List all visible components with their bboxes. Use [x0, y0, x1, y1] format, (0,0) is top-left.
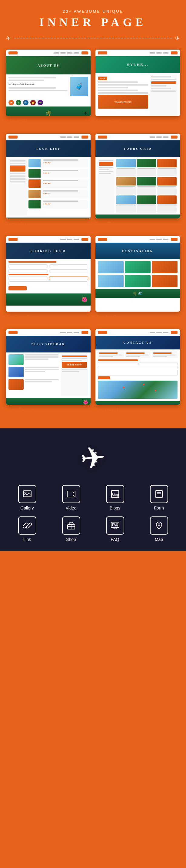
feature-link: Link	[8, 517, 46, 542]
nl1	[150, 332, 155, 333]
form-row-2	[8, 269, 88, 273]
ci-line-3	[99, 356, 113, 357]
tour-grid-bottom	[96, 215, 180, 218]
submit-button[interactable]	[8, 286, 27, 290]
airplane-illustration: ✈	[80, 440, 106, 476]
about-us-screen: ABOUT US Let's Explore With Tourist Jet.…	[6, 50, 90, 116]
item-stars-3: ★★★★★	[43, 182, 87, 184]
col-contact-us: CONTACT US	[96, 329, 180, 413]
input-email[interactable]	[8, 269, 48, 273]
input-persons[interactable]	[49, 277, 88, 280]
filter-1	[10, 160, 25, 161]
svg-point-1	[25, 492, 26, 494]
form-row-3	[8, 277, 88, 280]
tour-grid-navbar	[96, 134, 180, 141]
dest-hero: DESTINATION	[96, 243, 180, 259]
logo-mock	[8, 52, 18, 55]
feature-video: Video	[52, 485, 90, 510]
cf-submit[interactable]	[98, 376, 110, 379]
filter-4	[10, 176, 25, 177]
gcl-4	[117, 186, 135, 187]
grid-card-7	[116, 195, 136, 213]
btl-5	[25, 369, 59, 370]
cf-title	[98, 360, 138, 361]
map-icon-box	[150, 517, 168, 535]
input-phone[interactable]	[49, 269, 88, 273]
item-stars-2: ★★★★☆	[43, 172, 87, 174]
item-stars-4: ★★★☆☆	[43, 192, 87, 194]
item-img-5	[28, 200, 41, 209]
tour-detail-navbar	[96, 50, 180, 56]
filter-search	[10, 165, 25, 172]
about-us-hero: ABOUT US	[6, 56, 90, 74]
blog-item-2	[8, 367, 59, 377]
tour-detail-content: TOUR TRAVEL PROMO	[96, 73, 180, 116]
btl-7	[25, 379, 59, 380]
shop-icon-box	[62, 517, 80, 535]
cf-input-2[interactable]	[138, 362, 178, 365]
about-us-hero-text: ABOUT US	[37, 64, 59, 67]
input-first-name[interactable]	[8, 265, 48, 268]
input-tour[interactable]	[8, 281, 88, 285]
gc-info-4	[116, 185, 136, 188]
nav-link-1	[150, 52, 155, 54]
btl-3	[25, 359, 49, 360]
booking-bottom-image: 🌺	[6, 293, 90, 306]
feature-gallery: Gallery	[8, 485, 46, 510]
grid-card-4	[116, 177, 136, 194]
shop-label: Shop	[66, 537, 76, 542]
booking-details-title	[8, 274, 49, 275]
booking-form-label: Booking Form	[6, 315, 90, 320]
gs-2	[99, 167, 113, 168]
map-label: Map	[155, 537, 163, 542]
nav-links	[150, 332, 168, 333]
destination-screen: DESTINATION 🌴 🌊	[96, 236, 180, 312]
bsp-l2	[62, 360, 82, 361]
logo-mock	[8, 331, 18, 334]
grid-card-5	[137, 177, 156, 194]
row-2: TOUR LIST	[6, 134, 180, 227]
list-item-2: ★★★★☆	[28, 169, 88, 178]
cf-textarea[interactable]	[98, 370, 178, 375]
gc-info-2	[137, 167, 156, 170]
icon-4: ⭐	[30, 100, 36, 105]
item-stars-1: ★★★★★	[43, 161, 87, 164]
blog-item-1	[8, 354, 59, 365]
input-last-name[interactable]	[49, 265, 88, 268]
destination-label: Destination	[96, 315, 180, 320]
gcl-3	[158, 168, 176, 169]
nav-links	[54, 52, 79, 54]
contact-hero-text: CONTACT US	[123, 341, 152, 344]
detail-line-1	[98, 82, 138, 83]
ci-line-5	[126, 354, 149, 355]
top-section: 20+ AWESOME UNIQUE INNER PAGE ✈ ✈	[0, 0, 186, 42]
col-tour-list: TOUR LIST	[6, 134, 90, 227]
btl-6	[25, 371, 45, 372]
item-info-1: ★★★★★	[42, 159, 88, 167]
blogs-label: Blogs	[110, 505, 120, 510]
item-img-2	[28, 169, 41, 178]
nl3	[74, 136, 79, 138]
dest-navbar	[96, 236, 180, 243]
travel-promo-img: TRAVEL PROMO	[98, 95, 148, 108]
gcl-1	[117, 168, 135, 169]
feature-faq: FAQ FAQ	[96, 517, 134, 542]
nav-links	[150, 52, 168, 54]
svg-text:Blog: Blog	[111, 493, 118, 496]
nl2	[156, 136, 162, 138]
gallery-icon	[23, 490, 32, 499]
nav-links	[60, 239, 79, 240]
icon-1: 🗺	[8, 100, 14, 105]
btl-4	[25, 367, 59, 368]
item-info-5: ★★★★★	[42, 200, 88, 209]
form-icon	[155, 490, 164, 499]
gc-info-9	[157, 204, 177, 207]
nav-link-2	[156, 52, 162, 54]
item-title-4	[43, 190, 78, 191]
gc-img-7	[116, 195, 136, 204]
cf-input-3[interactable]	[98, 366, 178, 369]
input-date[interactable]	[8, 277, 48, 280]
gcl-8	[137, 205, 155, 206]
cf-input-1[interactable]	[98, 362, 137, 365]
sidebar-line-1	[151, 76, 171, 78]
